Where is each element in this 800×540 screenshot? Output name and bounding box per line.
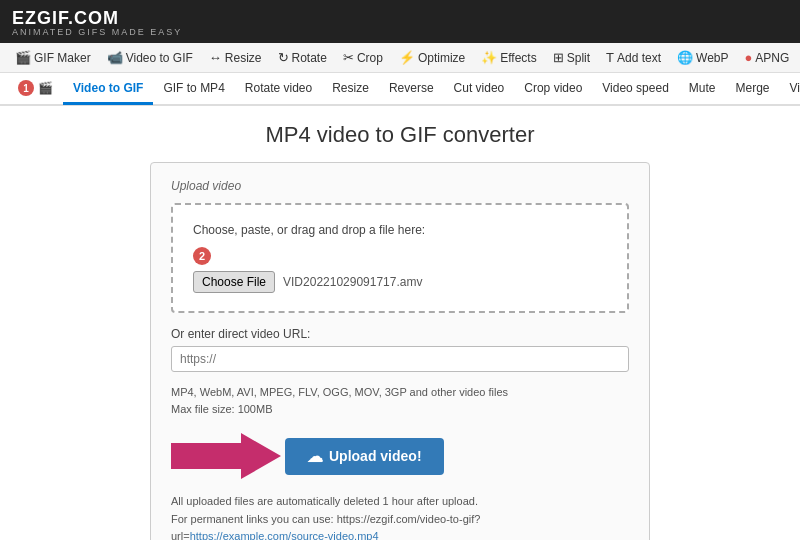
nav1-crop[interactable]: ✂Crop <box>336 47 390 68</box>
nav2-badge-1: 1 <box>18 80 34 96</box>
main-content: MP4 video to GIF converter Upload video … <box>0 106 800 540</box>
rotate-icon: ↻ <box>278 50 289 65</box>
choose-file-button[interactable]: Choose File <box>193 271 275 293</box>
split-icon: ⊞ <box>553 50 564 65</box>
site-header: EZGIF.COM ANIMATED GIFS MADE EASY <box>0 0 800 43</box>
footer-note: All uploaded files are automatically del… <box>171 493 629 540</box>
site-tagline: ANIMATED GIFS MADE EASY <box>12 27 182 37</box>
nav2-video-to-gif[interactable]: Video to GIF <box>63 74 153 105</box>
file-row: Choose File VID20221029091717.amv <box>193 271 607 293</box>
nav1-webp[interactable]: 🌐WebP <box>670 47 735 68</box>
nav2-video-speed[interactable]: Video speed <box>592 74 679 105</box>
nav1-optimize[interactable]: ⚡Optimize <box>392 47 472 68</box>
url-input[interactable] <box>171 346 629 372</box>
nav2-film-icon[interactable]: 1🎬 <box>8 73 63 106</box>
video-to-gif-icon: 📹 <box>107 50 123 65</box>
nav1-video-to-gif[interactable]: 📹Video to GIF <box>100 47 200 68</box>
apng-icon: ● <box>745 50 753 65</box>
upload-card-title: Upload video <box>171 179 629 193</box>
file-name-display: VID20221029091717.amv <box>283 275 422 289</box>
nav1-split[interactable]: ⊞Split <box>546 47 597 68</box>
effects-icon: ✨ <box>481 50 497 65</box>
nav1-resize[interactable]: ↔Resize <box>202 47 269 68</box>
footer-link-line: For permanent links you can use: https:/… <box>171 511 629 540</box>
nav2-cut-video[interactable]: Cut video <box>444 74 515 105</box>
nav1-effects[interactable]: ✨Effects <box>474 47 543 68</box>
nav2-resize[interactable]: Resize <box>322 74 379 105</box>
nav2-merge[interactable]: Merge <box>726 74 780 105</box>
upload-area: ☁ Upload video! <box>171 431 629 481</box>
info-text: MP4, WebM, AVI, MPEG, FLV, OGG, MOV, 3GP… <box>171 384 629 417</box>
site-logo: EZGIF.COM <box>12 8 119 28</box>
nav2-rotate-video[interactable]: Rotate video <box>235 74 322 105</box>
svg-marker-0 <box>171 433 281 479</box>
upload-icon: ☁ <box>307 447 323 466</box>
crop-icon: ✂ <box>343 50 354 65</box>
webp-icon: 🌐 <box>677 50 693 65</box>
resize-icon: ↔ <box>209 50 222 65</box>
primary-nav: 🎬GIF Maker 📹Video to GIF ↔Resize ↻Rotate… <box>0 43 800 73</box>
nav2-gif-to-mp4[interactable]: GIF to MP4 <box>153 74 234 105</box>
secondary-nav: 1🎬 Video to GIF GIF to MP4 Rotate video … <box>0 73 800 106</box>
nav2-reverse[interactable]: Reverse <box>379 74 444 105</box>
footer-example-link[interactable]: https://example.com/source-video.mp4 <box>190 530 379 540</box>
drop-zone-label: Choose, paste, or drag and drop a file h… <box>193 223 607 237</box>
arrow-icon <box>171 431 281 481</box>
gif-maker-icon: 🎬 <box>15 50 31 65</box>
url-label: Or enter direct video URL: <box>171 327 629 341</box>
nav2-crop-video[interactable]: Crop video <box>514 74 592 105</box>
nav2-mute[interactable]: Mute <box>679 74 726 105</box>
optimize-icon: ⚡ <box>399 50 415 65</box>
drop-zone[interactable]: Choose, paste, or drag and drop a file h… <box>171 203 629 313</box>
badge-2: 2 <box>193 247 211 265</box>
add-text-icon: T <box>606 50 614 65</box>
upload-card: Upload video Choose, paste, or drag and … <box>150 162 650 540</box>
nav1-gif-maker[interactable]: 🎬GIF Maker <box>8 47 98 68</box>
nav1-apng[interactable]: ●APNG <box>738 47 797 68</box>
page-title: MP4 video to GIF converter <box>266 122 535 148</box>
nav1-rotate[interactable]: ↻Rotate <box>271 47 334 68</box>
nav1-add-text[interactable]: TAdd text <box>599 47 668 68</box>
nav2-video-to-jpg[interactable]: Video to JPG <box>780 74 800 105</box>
upload-button[interactable]: ☁ Upload video! <box>285 438 444 475</box>
